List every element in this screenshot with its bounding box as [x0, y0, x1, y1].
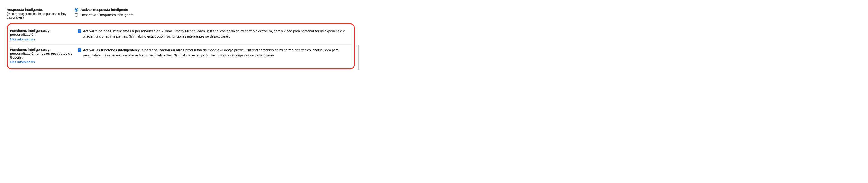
- smart-features-other-checkbox-line: ✓ Activar las funciones inteligentes y l…: [78, 48, 352, 58]
- smart-reply-options: Activar Respuesta inteligente Desactivar…: [74, 8, 355, 19]
- smart-reply-disable-label: Desactivar Respuesta inteligente: [81, 13, 133, 17]
- highlight-region: Funciones inteligentes y personalización…: [7, 23, 355, 69]
- scrollbar-track[interactable]: [358, 29, 360, 74]
- smart-features-label-col: Funciones inteligentes y personalización…: [10, 29, 78, 41]
- smart-reply-row: Respuesta inteligente: (Mostrar sugerenc…: [7, 4, 355, 22]
- smart-features-other-checkbox-label: Activar las funciones inteligentes y la …: [83, 48, 222, 52]
- smart-features-text: Activar funciones inteligentes y persona…: [83, 29, 352, 39]
- smart-features-other-label-col: Funciones inteligentes y personalización…: [10, 48, 78, 64]
- smart-features-other-options: ✓ Activar las funciones inteligentes y l…: [78, 48, 352, 64]
- smart-features-other-checkbox[interactable]: ✓: [78, 48, 81, 52]
- smart-reply-disable-option[interactable]: Desactivar Respuesta inteligente: [74, 13, 355, 17]
- smart-features-other-row: Funciones inteligentes y personalización…: [10, 44, 352, 67]
- smart-reply-subtitle: (Mostrar sugerencias de respuestas si ha…: [7, 12, 73, 19]
- smart-features-other-text: Activar las funciones inteligentes y la …: [83, 48, 352, 58]
- smart-reply-enable-label: Activar Respuesta inteligente: [81, 8, 128, 11]
- smart-reply-title: Respuesta inteligente:: [7, 8, 43, 11]
- smart-features-more-info-link[interactable]: Más información: [10, 37, 76, 41]
- smart-reply-enable-option[interactable]: Activar Respuesta inteligente: [74, 8, 355, 11]
- smart-reply-label-col: Respuesta inteligente: (Mostrar sugerenc…: [7, 8, 74, 19]
- radio-unchecked-icon[interactable]: [74, 13, 78, 17]
- smart-features-options: ✓ Activar funciones inteligentes y perso…: [78, 29, 352, 41]
- smart-features-title: Funciones inteligentes y personalización: [10, 29, 50, 36]
- check-icon: ✓: [79, 30, 81, 32]
- smart-features-checkbox-line: ✓ Activar funciones inteligentes y perso…: [78, 29, 352, 39]
- scrollbar-thumb[interactable]: [358, 45, 360, 70]
- check-icon: ✓: [79, 49, 81, 51]
- smart-features-row: Funciones inteligentes y personalización…: [10, 26, 352, 44]
- smart-features-other-more-info-link[interactable]: Más información: [10, 60, 76, 64]
- smart-features-checkbox-label: Activar funciones inteligentes y persona…: [83, 29, 164, 33]
- radio-checked-icon[interactable]: [74, 8, 78, 11]
- smart-features-checkbox[interactable]: ✓: [78, 29, 81, 33]
- smart-features-other-title: Funciones inteligentes y personalización…: [10, 48, 72, 59]
